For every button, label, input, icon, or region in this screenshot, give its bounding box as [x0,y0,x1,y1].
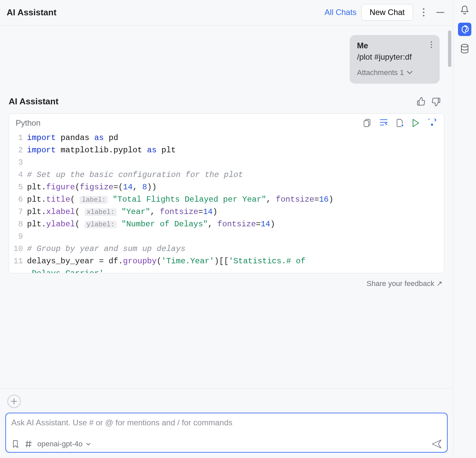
svg-point-0 [423,8,425,10]
notifications-icon[interactable] [458,3,471,17]
thumbs-up-icon[interactable] [416,97,426,106]
add-attachment-button[interactable] [7,395,21,408]
svg-point-15 [431,124,433,126]
header-title: AI Assistant [7,7,320,18]
hash-icon[interactable] [25,440,32,448]
chevron-down-icon [407,71,413,75]
svg-line-21 [27,441,27,447]
svg-point-5 [431,44,432,45]
model-selector[interactable]: openai-gpt-4o [37,440,91,448]
thumbs-down-icon[interactable] [432,97,441,106]
attachments-toggle[interactable]: Attachments 1 [357,68,432,77]
send-icon[interactable] [432,439,442,449]
svg-point-2 [423,15,425,17]
copy-icon[interactable] [363,119,371,127]
new-file-icon[interactable] [396,119,404,127]
more-icon[interactable] [418,6,430,18]
user-author-label: Me [357,41,368,50]
minimize-icon[interactable] [434,6,446,18]
code-block: Python [9,113,444,273]
svg-point-23 [461,44,468,47]
chat-input-placeholder: Ask AI Assistant. Use # or @ for mention… [11,418,442,439]
svg-rect-8 [364,121,369,127]
insert-lines-icon[interactable] [379,119,388,127]
attachments-label: Attachments 1 [357,68,404,77]
code-language-label: Python [16,118,357,128]
ai-assistant-tab-icon[interactable] [458,23,471,36]
svg-point-6 [431,47,432,48]
scrollbar-thumb[interactable] [448,30,451,67]
share-feedback-link[interactable]: Share your feedback ↗ [0,273,453,288]
right-rail [453,0,476,458]
chevron-down-icon [86,443,91,446]
step-run-icon[interactable] [427,119,437,127]
all-chats-link[interactable]: All Chats [325,8,357,17]
run-icon[interactable] [412,119,419,127]
message-more-icon[interactable] [430,41,432,48]
chat-body: Me /plot #jupyter:df Attachments 1 AI As… [0,26,453,388]
svg-point-4 [431,41,432,43]
chat-input[interactable]: Ask AI Assistant. Use # or @ for mention… [5,413,448,453]
assistant-title: AI Assistant [9,96,416,107]
code-content[interactable]: import pandas as pd import matplotlib.py… [27,132,444,273]
code-gutter: 1 2 3 4 5 6 7 8 9 10 11 [9,132,27,273]
svg-line-22 [29,441,30,447]
database-icon[interactable] [458,42,471,55]
new-chat-button[interactable]: New Chat [361,4,413,21]
header-bar: AI Assistant All Chats New Chat [0,0,453,26]
user-message-bubble: Me /plot #jupyter:df Attachments 1 [350,35,440,84]
user-message-text: /plot #jupyter:df [357,52,432,62]
svg-point-1 [423,12,425,13]
bookmark-icon[interactable] [11,440,19,448]
svg-rect-3 [436,12,444,13]
